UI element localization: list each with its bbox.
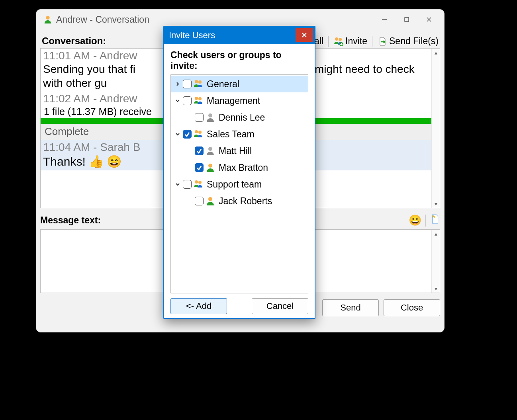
tree-user-row[interactable]: Jack Roberts [171,193,308,209]
chevron-down-icon[interactable] [174,182,181,187]
tree-group-label: Support team [207,179,262,190]
chevron-down-icon[interactable] [174,132,181,137]
dialog-title: Invite Users [169,30,215,41]
window-controls [373,12,440,27]
send-label: Send [340,303,360,313]
send-files-button[interactable]: Send File(s) [376,35,440,47]
maximize-button[interactable] [396,12,418,27]
message-text: Thanks! 👍 😄 [43,155,121,168]
tree-user-label: Dennis Lee [219,112,265,123]
group-icon [193,96,204,106]
checkbox[interactable] [183,180,192,189]
toolbar-separator [372,36,372,47]
invite-label: Invite [345,36,367,47]
svg-point-19 [208,147,212,151]
person-icon [205,112,215,123]
checkbox[interactable] [195,147,204,155]
send-file-icon [377,36,388,47]
person-icon [205,162,215,173]
cancel-button[interactable]: Cancel [252,298,308,314]
tree-group-label: Sales Team [207,129,255,140]
group-icon [193,79,204,89]
tree-group-row[interactable]: Management [171,92,308,109]
dialog-titlebar: Invite Users [164,27,315,44]
checkbox[interactable] [195,197,204,205]
tree-user-row[interactable]: Matt Hill [171,143,308,159]
group-icon [193,179,204,189]
checkbox[interactable] [183,80,192,88]
svg-point-21 [195,180,198,184]
tree-group-row[interactable]: Sales Team [171,126,308,143]
invite-users-dialog: Invite Users Check users or groups to in… [163,26,315,319]
minimize-button[interactable] [373,12,396,27]
tree-user-label: Jack Roberts [219,196,272,207]
invite-users-icon [333,36,344,47]
svg-point-7 [335,37,338,41]
chevron-right-icon[interactable] [174,82,181,86]
svg-point-12 [195,80,198,83]
close-window-button[interactable] [418,12,440,27]
tree-user-row[interactable]: Dennis Lee [171,109,308,126]
users-tree[interactable]: General Management Dennis Lee Sales Team [170,74,308,293]
cancel-label: Cancel [266,301,294,311]
tree-group-row[interactable]: Support team [171,176,308,193]
tree-user-label: Max Bratton [219,162,268,173]
dialog-close-button[interactable] [296,28,313,42]
tree-group-label: Management [207,96,260,106]
conversation-heading: Conversation: [40,35,106,48]
svg-point-17 [195,130,198,133]
checkbox[interactable] [183,130,192,139]
svg-point-23 [208,197,212,201]
separator [425,215,426,227]
quick-message-button[interactable] [430,214,440,227]
scroll-down-icon[interactable]: ▾ [432,285,440,292]
tree-user-label: Matt Hill [219,146,252,156]
checkbox[interactable] [183,96,192,105]
toolbar-separator [328,36,329,47]
message-text-heading: Message text: [40,215,101,226]
svg-point-14 [195,97,198,100]
message-text-fragment: Sending you that fi [43,63,135,75]
tree-group-label: General [207,79,239,90]
send-button[interactable]: Send [322,299,379,316]
add-label: <- Add [186,301,212,311]
emoji-picker-button[interactable]: 😀 [409,214,421,227]
app-person-icon [43,15,52,24]
checkbox[interactable] [195,113,204,122]
scroll-down-icon[interactable]: ▾ [432,201,440,207]
svg-point-20 [208,164,212,168]
compose-scrollbar[interactable]: ▴ ▾ [431,230,440,293]
send-files-label: Send File(s) [389,36,439,47]
person-icon [205,146,215,156]
tree-group-row[interactable]: General [171,76,308,92]
svg-rect-2 [405,18,409,21]
tree-user-row[interactable]: Max Bratton [171,159,308,176]
checkbox[interactable] [195,163,204,172]
scroll-up-icon[interactable]: ▴ [432,231,440,237]
svg-point-16 [208,113,212,117]
svg-point-0 [46,16,49,20]
dialog-instruction: Check users or groups to invite: [170,50,308,71]
toolbar: Call Invite [294,35,440,48]
add-button[interactable]: <- Add [170,298,227,314]
group-icon [193,129,204,139]
close-label: Close [401,303,423,313]
conversation-scrollbar[interactable]: ▴ ▾ [431,49,440,208]
svg-point-8 [339,38,342,41]
svg-point-22 [198,181,202,184]
svg-point-18 [198,131,202,134]
svg-point-13 [198,80,202,84]
invite-button[interactable]: Invite [332,35,369,47]
window-title: Andrew - Conversation [56,14,373,25]
svg-point-15 [198,97,202,100]
scroll-up-icon[interactable]: ▴ [432,49,440,56]
close-button[interactable]: Close [384,299,440,316]
chevron-down-icon[interactable] [174,98,181,103]
person-icon [205,196,215,206]
